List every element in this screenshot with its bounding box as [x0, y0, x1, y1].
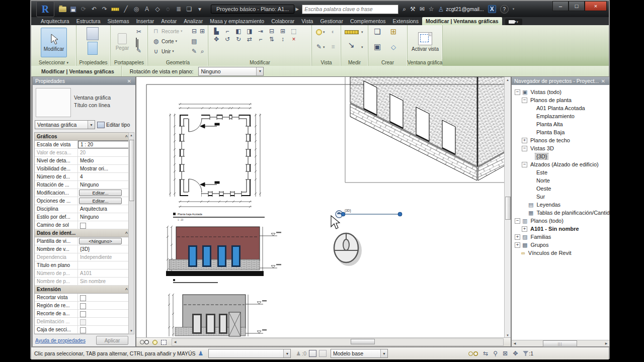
panel-label-seleccionar[interactable]: Seleccionar▾: [31, 59, 76, 66]
tab-extensions[interactable]: Extensions: [389, 17, 422, 25]
activate-view-button[interactable]: Activar vista: [412, 27, 439, 57]
property-edit-button[interactable]: Editar...: [79, 190, 122, 196]
rotation-dropdown[interactable]: Ninguno ▼: [198, 67, 264, 76]
selection-filter[interactable]: :1: [523, 350, 533, 356]
tab-gestionar[interactable]: Gestionar: [316, 17, 347, 25]
corner-trim-icon[interactable]: ⌐: [257, 36, 265, 43]
panel-label-crear[interactable]: Crear: [368, 59, 407, 66]
reveal-constraints-icon[interactable]: [468, 351, 473, 356]
elevation-red-viewport[interactable]: [166, 226, 281, 283]
property-value[interactable]: Medio: [78, 157, 129, 164]
join-geometry-button[interactable]: ∪Unir▾: [152, 48, 174, 55]
plan-viewport[interactable]: Planta baja Acotada 1 : 20: [169, 103, 265, 221]
tree-item-grupos[interactable]: +▩Grupos: [512, 241, 609, 249]
browser-horizontal-scrollbar[interactable]: ◀|||▶: [512, 340, 609, 346]
property-value[interactable]: Editar...: [78, 197, 129, 205]
tree-item-leyendas[interactable]: ▤Leyendas: [512, 201, 609, 209]
split-icon[interactable]: ⊟: [268, 28, 276, 35]
tree-item-label[interactable]: Alzados (Alzado de edificio): [529, 161, 600, 167]
maximize-button[interactable]: □: [569, 1, 585, 11]
move-icon[interactable]: ✥: [212, 36, 220, 43]
property-value[interactable]: [78, 302, 129, 309]
property-edit-button[interactable]: <Ninguno>: [79, 238, 122, 244]
tree-item-label[interactable]: Emplazamiento: [535, 113, 576, 119]
design-options-icon[interactable]: [309, 350, 316, 357]
property-value[interactable]: Editar...: [78, 189, 129, 197]
open-icon[interactable]: [58, 6, 66, 13]
tab-estructura[interactable]: Estructura: [73, 17, 104, 25]
help-menu-caret-icon[interactable]: ▾: [513, 7, 515, 11]
tree-item-label[interactable]: Planta Baja: [535, 129, 566, 135]
tree-item-a01-planta-acotada[interactable]: A01 Planta Acotada: [512, 104, 609, 112]
tree-item-emplazamiento[interactable]: Emplazamiento: [512, 112, 609, 120]
tab-analizar[interactable]: Analizar: [180, 17, 206, 25]
type-selector-dropdown[interactable]: Ventanas gráfica ▼: [35, 120, 95, 129]
property-checkbox[interactable]: [80, 303, 86, 309]
split-face-icon[interactable]: ▤: [190, 38, 198, 45]
tab-sistemas[interactable]: Sistemas: [104, 17, 132, 25]
tree-item-label[interactable]: Leyendas: [535, 202, 561, 208]
measure-icon[interactable]: [111, 6, 119, 13]
worksets-dropdown[interactable]: ▼: [208, 349, 291, 358]
tree-item-norte[interactable]: Norte: [512, 176, 609, 185]
tag-icon[interactable]: ◎: [132, 6, 140, 13]
panel-label-ventana-grafica[interactable]: Ventana gráfica: [408, 59, 442, 66]
revit-app-menu-button[interactable]: R: [36, 1, 54, 17]
tree-item-label[interactable]: Sur: [535, 194, 546, 200]
property-value[interactable]: Arquitectura: [78, 205, 129, 213]
measure-caret-icon[interactable]: ▾: [361, 30, 363, 34]
viewport-drag-indicator[interactable]: {3D}: [336, 209, 402, 218]
aligned-dimension-icon[interactable]: ╱: [122, 6, 130, 13]
design-option-dropdown[interactable]: Modelo base▼: [331, 349, 388, 358]
help-icon[interactable]: ?: [500, 5, 509, 14]
cut-icon[interactable]: ✂: [135, 28, 143, 35]
tree-item-label[interactable]: Tablas de planificación/Cantida: [535, 210, 609, 216]
tree-item-vistas-todo-[interactable]: −▣Vistas (todo): [512, 88, 609, 96]
unpin-icon[interactable]: ↕: [279, 36, 287, 43]
thin-lines-icon[interactable]: ≣: [175, 6, 183, 13]
property-value[interactable]: Mostrar ori...: [78, 165, 129, 172]
tree-item-planta-alta[interactable]: Planta Alta: [512, 120, 609, 128]
property-value[interactable]: [78, 318, 129, 325]
tree-item-label[interactable]: Vínculos de Revit: [527, 250, 573, 256]
panel-label-portapapeles[interactable]: Portapapeles: [111, 59, 147, 66]
measure-ruler-icon[interactable]: [345, 30, 359, 34]
property-checkbox[interactable]: [80, 311, 86, 317]
save-icon[interactable]: [69, 6, 77, 13]
select-pinned-icon[interactable]: ⚲: [493, 350, 498, 357]
type-properties-icon[interactable]: [88, 42, 98, 55]
subscription-icon[interactable]: ⚒: [410, 6, 416, 13]
collapse-icon[interactable]: −: [515, 89, 520, 95]
create-group-icon[interactable]: ⊞: [389, 28, 397, 35]
drag-handle-right[interactable]: [398, 212, 402, 216]
tree-item-label[interactable]: Planos de planta: [529, 97, 573, 103]
property-value[interactable]: 1 : 20: [78, 141, 129, 148]
elevation-gray-viewport[interactable]: [168, 294, 267, 336]
tree-item-sur[interactable]: Sur: [512, 193, 609, 201]
tree-item-planos-de-planta[interactable]: −Planos de planta: [512, 96, 609, 104]
tree-item-label[interactable]: Oeste: [535, 186, 552, 192]
apply-button[interactable]: Aplicar: [96, 336, 128, 345]
drag-on-selection-icon[interactable]: ✥: [513, 350, 518, 357]
modify-tab-media-button[interactable]: ▾: [505, 19, 522, 25]
collapse-icon[interactable]: −: [515, 218, 520, 224]
tree-item-tablas-de-planificaci-n-cantida[interactable]: ▦Tablas de planificación/Cantida: [512, 209, 609, 217]
property-value[interactable]: 4: [78, 173, 129, 180]
undo-icon[interactable]: ↶: [90, 6, 98, 13]
tree-item-alzados-alzado-de-edificio-[interactable]: −Alzados (Alzado de edificio): [512, 160, 609, 168]
tab-colaborar[interactable]: Colaborar: [268, 17, 298, 25]
panel-label-vista[interactable]: Vista: [312, 59, 341, 66]
minimize-button[interactable]: –: [552, 1, 569, 11]
dim-caret-icon[interactable]: ▾: [361, 45, 363, 49]
modify-button[interactable]: Modificar: [41, 28, 67, 57]
canvas-vertical-scrollbar[interactable]: ▲▼: [504, 77, 511, 338]
property-edit-button[interactable]: Editar...: [79, 198, 122, 204]
tree-item-este[interactable]: Este: [512, 168, 609, 176]
property-section[interactable]: Gráficos^: [35, 133, 129, 141]
drawing-canvas[interactable]: Planta baja Acotada 1 : 20: [136, 76, 511, 347]
tab-complementos[interactable]: Complementos: [347, 17, 389, 25]
3d-view-viewport[interactable]: [345, 77, 505, 183]
tab-masa-y-emplazamiento[interactable]: Masa y emplazamiento: [206, 17, 268, 25]
property-section[interactable]: Datos de ident...^: [35, 229, 129, 237]
tree-item-label[interactable]: Grupos: [529, 242, 549, 248]
